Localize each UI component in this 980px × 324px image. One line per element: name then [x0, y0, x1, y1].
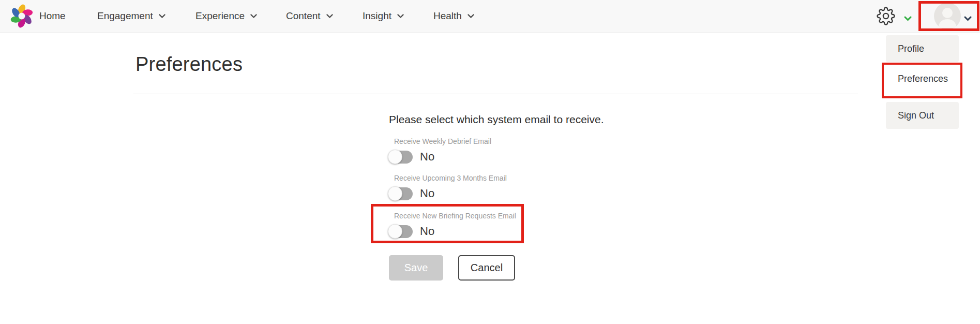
toggle-value-upcoming-3-months: No [420, 187, 434, 200]
toggle-value-new-briefing-requests: No [420, 225, 434, 238]
menu-item-profile-label: Profile [898, 43, 924, 54]
nav-label-insight: Insight [363, 10, 391, 22]
pref-label-upcoming-3-months: Receive Upcoming 3 Months Email [394, 174, 507, 183]
menu-item-preferences-label: Preferences [898, 73, 948, 84]
user-avatar[interactable] [934, 3, 961, 30]
pref-group-upcoming-3-months: Receive Upcoming 3 Months Email No [389, 174, 507, 200]
toggle-weekly-debrief[interactable] [389, 151, 413, 164]
pinwheel-logo-icon [9, 4, 34, 28]
pref-group-weekly-debrief: Receive Weekly Debrief Email No [389, 137, 491, 164]
menu-item-sign-out[interactable]: Sign Out [886, 102, 959, 129]
settings-gear-icon[interactable] [877, 7, 895, 25]
chevron-down-icon [250, 14, 257, 19]
save-button[interactable]: Save [389, 255, 443, 281]
title-divider [133, 94, 858, 94]
nav-item-experience[interactable]: Experience [195, 0, 257, 32]
user-menu-chevron-down-icon[interactable] [964, 14, 972, 23]
toggle-knob [388, 150, 402, 164]
nav-item-content[interactable]: Content [286, 0, 333, 32]
toggle-row: No [389, 187, 507, 200]
top-nav-bar: Home Engagement Experience Content Insig… [0, 0, 980, 33]
toggle-value-weekly-debrief: No [420, 150, 434, 164]
toggle-row: No [389, 150, 491, 164]
nav-item-home[interactable]: Home [39, 0, 66, 32]
cancel-button[interactable]: Cancel [458, 255, 515, 281]
nav-item-insight[interactable]: Insight [363, 0, 404, 32]
nav-item-health[interactable]: Health [433, 0, 474, 32]
menu-item-preferences[interactable]: Preferences [886, 65, 959, 92]
toggle-row: No [389, 225, 516, 238]
nav-label-engagement: Engagement [97, 10, 153, 22]
settings-chevron-down-icon[interactable] [904, 14, 912, 23]
nav-item-engagement[interactable]: Engagement [97, 0, 165, 32]
toggle-new-briefing-requests[interactable] [389, 225, 413, 238]
app-window: Home Engagement Experience Content Insig… [0, 0, 980, 324]
chevron-down-icon [159, 14, 165, 19]
chevron-down-icon [397, 14, 404, 19]
chevron-down-icon [326, 14, 333, 19]
page-title: Preferences [135, 53, 243, 76]
toggle-knob [388, 224, 402, 239]
nav-label-home: Home [39, 10, 66, 22]
pref-label-weekly-debrief: Receive Weekly Debrief Email [394, 137, 491, 146]
toggle-knob [388, 186, 402, 201]
menu-item-profile[interactable]: Profile [886, 35, 959, 62]
chevron-down-icon [468, 14, 474, 19]
pref-group-new-briefing-requests: Receive New Briefing Requests Email No [389, 212, 516, 238]
intro-text: Please select which system email to rece… [389, 113, 604, 126]
app-logo-icon[interactable] [9, 4, 34, 28]
menu-item-sign-out-label: Sign Out [898, 110, 934, 121]
nav-label-health: Health [433, 10, 462, 22]
nav-label-content: Content [286, 10, 321, 22]
toggle-upcoming-3-months[interactable] [389, 187, 413, 200]
nav-label-experience: Experience [195, 10, 245, 22]
pref-label-new-briefing-requests: Receive New Briefing Requests Email [394, 212, 516, 220]
